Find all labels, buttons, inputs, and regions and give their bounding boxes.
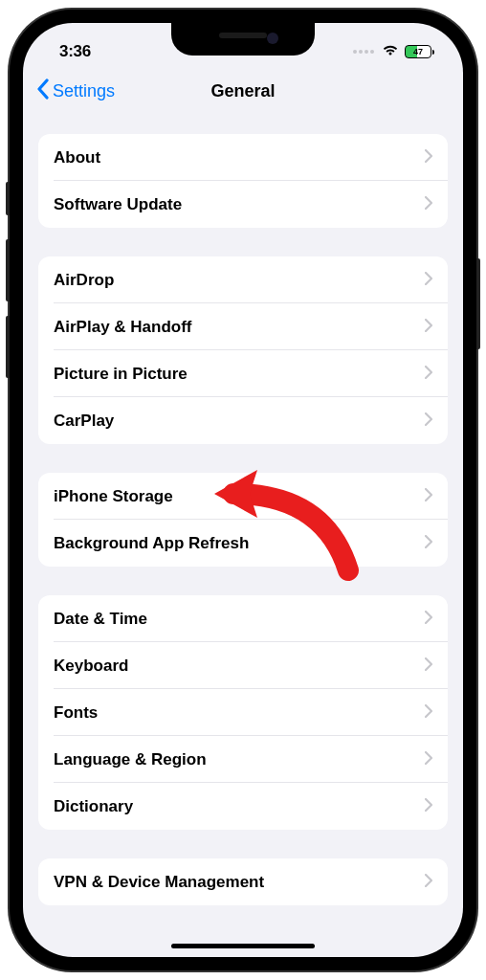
row-about[interactable]: About	[38, 134, 448, 181]
page-title: General	[210, 81, 275, 101]
row-label: About	[54, 148, 100, 167]
chevron-right-icon	[425, 798, 432, 815]
settings-group: iPhone Storage Background App Refresh	[38, 473, 448, 567]
back-button[interactable]: Settings	[36, 78, 115, 104]
row-label: Fonts	[54, 703, 98, 723]
chevron-right-icon	[425, 412, 432, 430]
chevron-right-icon	[425, 366, 432, 383]
row-label: iPhone Storage	[54, 487, 173, 506]
front-camera	[267, 33, 278, 44]
row-airdrop[interactable]: AirDrop	[38, 256, 448, 303]
row-dictionary[interactable]: Dictionary	[38, 783, 448, 830]
chevron-right-icon	[425, 149, 432, 167]
row-label: Software Update	[54, 195, 182, 214]
settings-group: Date & Time Keyboard Fonts Language & Re…	[38, 595, 448, 830]
row-date-time[interactable]: Date & Time	[38, 595, 448, 642]
row-software-update[interactable]: Software Update	[38, 181, 448, 228]
row-picture-in-picture[interactable]: Picture in Picture	[38, 350, 448, 397]
row-fonts[interactable]: Fonts	[38, 689, 448, 736]
row-label: Picture in Picture	[54, 365, 188, 384]
settings-group: AirDrop AirPlay & Handoff Picture in Pic…	[38, 256, 448, 444]
chevron-right-icon	[425, 272, 432, 289]
nav-header: Settings General	[23, 71, 463, 117]
chevron-left-icon	[36, 78, 49, 104]
phone-frame: 3:36 47 Settings	[10, 10, 476, 970]
row-label: Background App Refresh	[54, 534, 249, 553]
chevron-right-icon	[425, 704, 432, 722]
speaker	[219, 33, 267, 38]
chevron-right-icon	[425, 535, 432, 552]
row-label: Keyboard	[54, 657, 128, 676]
status-time: 3:36	[59, 42, 91, 61]
chevron-right-icon	[425, 751, 432, 768]
row-label: Language & Region	[54, 750, 207, 769]
chevron-right-icon	[425, 611, 432, 628]
battery-icon: 47	[405, 45, 434, 58]
volume-down-button	[6, 316, 10, 378]
status-right: 47	[353, 43, 434, 60]
screen: 3:36 47 Settings	[23, 23, 463, 957]
chevron-right-icon	[425, 874, 432, 891]
chevron-right-icon	[425, 657, 432, 675]
chevron-right-icon	[425, 196, 432, 213]
row-background-app-refresh[interactable]: Background App Refresh	[38, 520, 448, 567]
notch	[171, 23, 315, 56]
chevron-right-icon	[425, 488, 432, 505]
content[interactable]: About Software Update AirDrop AirPlay & …	[23, 117, 463, 957]
chevron-right-icon	[425, 319, 432, 336]
row-iphone-storage[interactable]: iPhone Storage	[38, 473, 448, 520]
power-button	[476, 258, 480, 349]
settings-group: VPN & Device Management	[38, 858, 448, 905]
row-label: Dictionary	[54, 797, 133, 816]
row-label: CarPlay	[54, 412, 114, 431]
back-label: Settings	[53, 81, 115, 101]
volume-up-button	[6, 239, 10, 301]
battery-level: 47	[413, 47, 423, 56]
row-airplay-handoff[interactable]: AirPlay & Handoff	[38, 303, 448, 350]
wifi-icon	[382, 43, 399, 60]
settings-group: About Software Update	[38, 134, 448, 228]
row-vpn-device-management[interactable]: VPN & Device Management	[38, 858, 448, 905]
row-label: AirDrop	[54, 271, 114, 290]
row-label: Date & Time	[54, 610, 147, 629]
carrier-dots	[353, 50, 374, 54]
home-indicator[interactable]	[171, 944, 315, 948]
row-carplay[interactable]: CarPlay	[38, 397, 448, 444]
row-label: VPN & Device Management	[54, 873, 264, 892]
mute-switch	[6, 182, 10, 215]
row-keyboard[interactable]: Keyboard	[38, 642, 448, 689]
row-language-region[interactable]: Language & Region	[38, 736, 448, 783]
row-label: AirPlay & Handoff	[54, 318, 192, 337]
